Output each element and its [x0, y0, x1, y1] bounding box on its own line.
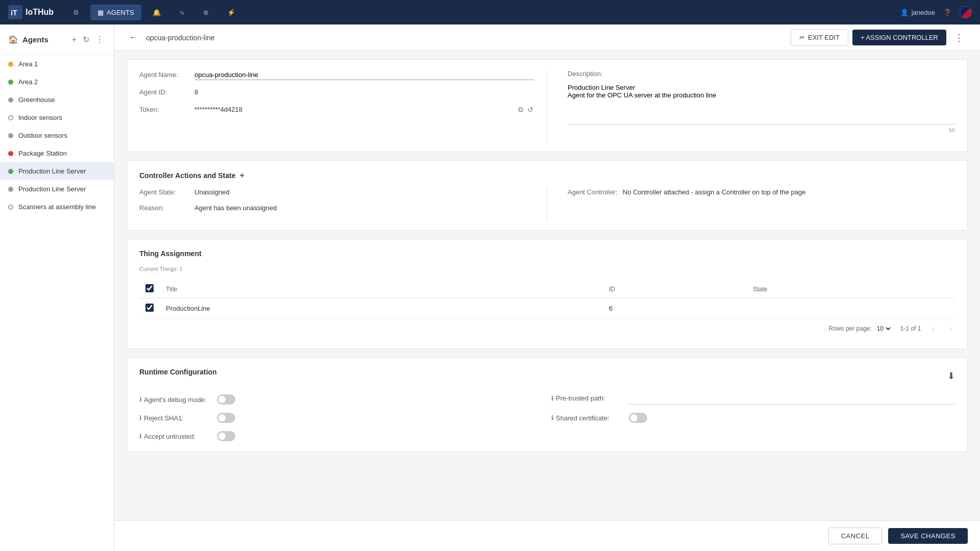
debug-toggle-slider: [217, 394, 235, 405]
agent-controller-label: Agent Controller:: [568, 188, 619, 196]
bell-icon: 🔔: [153, 9, 161, 16]
pagination-prev-button[interactable]: ‹: [929, 323, 938, 334]
exit-edit-button[interactable]: ✂ EXIT EDIT: [791, 29, 848, 46]
more-agents-button[interactable]: ⋮: [93, 33, 106, 46]
sidebar-item-production-server-1[interactable]: Production Line Server: [0, 162, 114, 180]
pretrusted-label-text: Pre-trusted path:: [556, 394, 605, 402]
refresh-token-button[interactable]: ↺: [526, 104, 534, 115]
sidebar-item-production-server-2[interactable]: Production Line Server: [0, 180, 114, 198]
status-dot-production2: [8, 187, 13, 192]
runtime-header: Runtime Configuration ⬇: [139, 368, 955, 384]
sidebar-header: 🏠 Agents + ↻ ⋮: [0, 24, 114, 55]
nav-analytics[interactable]: ∿: [172, 5, 192, 20]
agent-info-right: Description: Production Line Server Agen…: [547, 70, 955, 141]
nav-right-area: 👤 janedoe ❓: [900, 6, 972, 18]
exit-edit-label: EXIT EDIT: [808, 34, 840, 41]
char-count: 50: [568, 127, 955, 133]
globe-icon: ⊕: [203, 9, 209, 16]
status-dot-production1: [8, 169, 13, 174]
nav-logs[interactable]: ⚡: [220, 5, 242, 20]
sidebar-label-indoor: Indoor sensors: [18, 114, 62, 121]
sidebar-label-greenhouse: Greenhouse: [18, 96, 55, 104]
agent-name-input[interactable]: [194, 70, 534, 80]
description-input[interactable]: Production Line Server Agent for the OPC…: [568, 84, 955, 124]
agent-state-label: Agent State:: [139, 188, 190, 196]
assign-controller-button[interactable]: + ASSIGN CONTROLLER: [852, 30, 946, 45]
add-controller-icon[interactable]: +: [240, 171, 244, 180]
agents-icon: ▦: [97, 9, 104, 16]
agent-info-left: Agent Name: Agent ID: 8 Token: *********…: [139, 70, 547, 141]
debug-mode-toggle[interactable]: [217, 394, 235, 405]
nav-agents[interactable]: ▦ AGENTS: [90, 5, 141, 20]
sidebar-item-scanners[interactable]: Scanners at assembly line: [0, 198, 114, 216]
shared-cert-toggle[interactable]: [629, 413, 647, 423]
reject-sha1-toggle[interactable]: [217, 413, 235, 423]
status-dot-area2: [8, 80, 13, 85]
content-area: ← opcua-production-line ✂ EXIT EDIT + AS…: [114, 24, 980, 551]
user-menu[interactable]: 👤 janedoe: [900, 9, 935, 16]
add-agent-button[interactable]: +: [70, 33, 79, 46]
thing-title-text: Thing Assignment: [139, 249, 202, 258]
status-dot-outdoor: [8, 133, 13, 138]
pagination-info: 1-1 of 1: [900, 325, 921, 332]
help-icon[interactable]: ❓: [943, 9, 951, 16]
nav-settings[interactable]: ⚙: [66, 5, 86, 20]
untrusted-info-icon: ℹ: [139, 433, 142, 440]
content-header: ← opcua-production-line ✂ EXIT EDIT + AS…: [114, 24, 980, 51]
sidebar-item-area1[interactable]: Area 1: [0, 55, 114, 73]
controller-title-text: Controller Actions and State: [139, 171, 236, 180]
shared-cert-label: ℹ Shared certificate:: [551, 414, 623, 422]
status-dot-scanners: [8, 205, 13, 210]
description-label: Description:: [568, 70, 619, 78]
sidebar-item-indoor[interactable]: Indoor sensors: [0, 109, 114, 127]
pre-trusted-label: ℹ Pre-trusted path:: [551, 394, 623, 402]
agent-controller-row: Agent Controller: No Controller attached…: [568, 188, 955, 196]
select-all-checkbox[interactable]: [145, 284, 154, 292]
controller-left: Agent State: Unassigned Reason: Agent ha…: [139, 188, 547, 220]
token-row: Token: **********4d4218 ⧉ ↺: [139, 104, 534, 115]
back-button[interactable]: ←: [127, 30, 140, 45]
chart-icon: ∿: [179, 9, 185, 16]
shared-cert-field: ℹ Shared certificate:: [551, 413, 955, 423]
nav-alerts[interactable]: 🔔: [145, 5, 168, 20]
row-checkbox-cell: [139, 298, 160, 319]
sha1-toggle-slider: [217, 413, 235, 423]
more-options-button[interactable]: ⋮: [950, 30, 968, 45]
sidebar-label-scanners: Scanners at assembly line: [18, 203, 96, 211]
cancel-button[interactable]: CANCEL: [828, 528, 883, 544]
row-checkbox[interactable]: [145, 304, 154, 312]
pagination-next-button[interactable]: ›: [946, 323, 955, 334]
sidebar-item-greenhouse[interactable]: Greenhouse: [0, 91, 114, 109]
sidebar-item-area2[interactable]: Area 2: [0, 73, 114, 91]
user-icon: 👤: [900, 9, 909, 16]
sidebar-action-buttons: + ↻ ⋮: [70, 33, 106, 46]
refresh-agents-button[interactable]: ↻: [81, 33, 91, 46]
rows-per-page-control: Rows per page: 10 25 50: [829, 324, 892, 333]
sidebar-item-outdoor[interactable]: Outdoor sensors: [0, 127, 114, 144]
nav-network[interactable]: ⊕: [196, 5, 216, 20]
copy-token-button[interactable]: ⧉: [517, 104, 524, 115]
language-flag[interactable]: [960, 6, 972, 18]
untrusted-label-text: Accept untrusted:: [144, 433, 195, 440]
pre-trusted-field: ℹ Pre-trusted path:: [551, 394, 955, 405]
accept-untrusted-label: ℹ Accept untrusted:: [139, 433, 211, 440]
accept-untrusted-toggle[interactable]: [217, 431, 235, 441]
sidebar-item-package-station[interactable]: Package Station: [0, 144, 114, 162]
description-row: Description: Production Line Server Agen…: [568, 70, 955, 133]
save-changes-button[interactable]: SAVE CHANGES: [888, 528, 968, 544]
breadcrumb: opcua-production-line: [146, 34, 785, 42]
accept-untrusted-field: ℹ Accept untrusted:: [139, 431, 543, 441]
debug-info-icon: ℹ: [139, 396, 142, 403]
agent-name-label: Agent Name:: [139, 71, 190, 79]
sidebar-label-package: Package Station: [18, 149, 67, 157]
svg-text:iT: iT: [11, 9, 17, 17]
download-config-button[interactable]: ⬇: [947, 370, 955, 382]
debug-mode-label: ℹ Agent's debug mode:: [139, 396, 211, 404]
sidebar-title: Agents: [22, 35, 66, 44]
pre-trusted-input[interactable]: [629, 394, 955, 405]
rows-per-page-select[interactable]: 10 25 50: [875, 324, 892, 333]
current-things-subtitle: Current Things: 1: [139, 266, 955, 272]
table-row: ProductionLine 6: [139, 298, 955, 319]
sidebar-label-production2: Production Line Server: [18, 185, 86, 193]
debug-mode-field: ℹ Agent's debug mode:: [139, 394, 543, 405]
